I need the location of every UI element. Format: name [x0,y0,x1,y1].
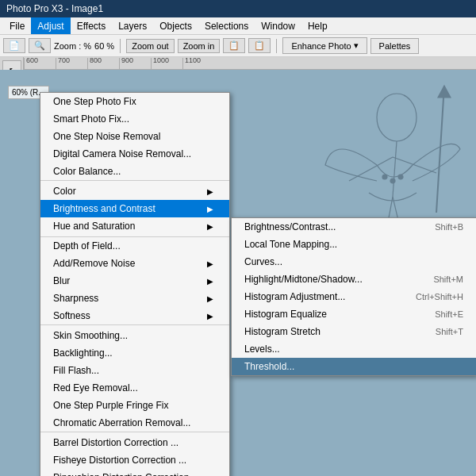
menu-objects[interactable]: Objects [153,17,198,34]
page-icon2[interactable]: 📋 [248,38,271,53]
menu-depth-of-field[interactable]: Depth of Field... [40,236,229,255]
submenu-highlight-midtone-shadow[interactable]: Highlight/Midtone/Shadow... Shift+M [232,271,476,288]
sharpness-arrow-icon: ▶ [207,294,213,303]
submenu-histogram-adjustment[interactable]: Histogram Adjustment... Ctrl+Shift+H [232,288,476,305]
menu-fisheye-distortion[interactable]: Fisheye Distortion Correction ... [40,451,229,469]
palettes-button[interactable]: Palettes [370,38,420,54]
dropdown-container: One Step Photo Fix Smart Photo Fix... On… [40,92,230,476]
menu-digital-camera-noise[interactable]: Digital Camera Noise Removal... [40,145,229,163]
svg-point-11 [390,178,395,183]
ruler-tick-4: 900 [119,58,151,71]
histogram-str-shortcut: Shift+T [436,327,463,336]
zoom-in-label: Zoom in [183,41,215,51]
menu-sharpness[interactable]: Sharpness ▶ [40,290,229,307]
submenu-threshold[interactable]: Threshold... [232,358,476,375]
menu-red-eye-removal[interactable]: Red Eye Removal... [40,379,229,397]
menu-color[interactable]: Color ▶ [40,182,229,200]
horizontal-ruler: 600 700 800 900 1000 1100 [24,57,476,70]
ruler-tick-6: 1100 [182,58,214,71]
app-window: Photo Pro X3 - Image1 File Adjust Effect… [0,0,476,476]
zoom-label: Zoom : % [54,41,91,51]
menu-help[interactable]: Help [301,17,334,34]
menu-chromatic-aberration[interactable]: Chromatic Aberration Removal... [40,414,229,432]
ruler-tick-3: 800 [87,58,119,71]
ruler-tick-2: 700 [56,58,87,71]
highlight-shortcut: Shift+M [433,274,463,284]
svg-point-10 [382,175,387,179]
menu-barrel-distortion[interactable]: Barrel Distortion Correction ... [40,434,229,451]
submenu-curves[interactable]: Curves... [232,253,476,271]
menu-bar: File Adjust Effects Layers Objects Selec… [0,17,476,35]
zoom-in-button[interactable]: Zoom in [178,39,221,53]
histogram-eq-shortcut: Shift+E [435,309,463,319]
enhance-arrow-icon: ▾ [354,40,359,51]
menu-softness[interactable]: Softness ▶ [40,307,229,325]
toolbar-icon-btn2[interactable]: 🔍 [29,38,51,53]
menu-add-remove-noise[interactable]: Add/Remove Noise ▶ [40,255,229,272]
title-bar: Photo Pro X3 - Image1 [0,0,476,17]
menu-blur[interactable]: Blur ▶ [40,272,229,290]
menu-window[interactable]: Window [255,17,301,34]
menu-brightness-contrast[interactable]: Brightness and Contrast ▶ [40,200,229,217]
menu-color-balance[interactable]: Color Balance... [40,163,229,181]
menu-selections[interactable]: Selections [198,17,255,34]
submenu-local-tone-mapping[interactable]: Local Tone Mapping... [232,236,476,253]
enhance-photo-label: Enhance Photo [291,41,351,51]
brightness-shortcut: Shift+B [435,222,463,232]
noise-arrow-icon: ▶ [207,259,213,268]
submenu-brightness-contrast[interactable]: Brightness/Contrast... Shift+B [232,218,476,236]
svg-marker-5 [438,86,451,98]
menu-one-step-photo-fix[interactable]: One Step Photo Fix [40,93,229,110]
adjust-dropdown-menu: One Step Photo Fix Smart Photo Fix... On… [40,92,230,476]
ruler-tick-1: 600 [24,58,56,71]
title-text: Photo Pro X3 - Image1 [6,3,103,14]
submenu-levels[interactable]: Levels... [232,340,476,358]
histogram-adj-shortcut: Ctrl+Shift+H [416,292,463,301]
svg-line-3 [393,157,436,173]
menu-one-step-noise-removal[interactable]: One Step Noise Removal [40,128,229,145]
menu-fill-flash[interactable]: Fill Flash... [40,362,229,379]
page-icon[interactable]: 📋 [223,38,245,53]
blur-arrow-icon: ▶ [207,277,213,286]
submenu-histogram-equalize[interactable]: Histogram Equalize Shift+E [232,305,476,323]
svg-point-0 [377,94,416,141]
svg-line-1 [393,141,397,197]
menu-smart-photo-fix[interactable]: Smart Photo Fix... [40,110,229,128]
brightness-arrow-icon: ▶ [207,205,213,213]
enhance-photo-button[interactable]: Enhance Photo ▾ [282,37,367,54]
hue-arrow-icon: ▶ [207,222,213,231]
menu-pincushion-distortion[interactable]: Pincushion Distortion Correction ... [40,469,229,476]
zoom-out-label: Zoom out [132,41,168,51]
ruler-tick-5: 1000 [151,58,182,71]
menu-backlighting[interactable]: Backlighting... [40,344,229,362]
toolbar-separator1 [120,39,121,53]
menu-purple-fringe[interactable]: One Step Purple Fringe Fix [40,397,229,414]
palettes-label: Palettes [379,41,411,51]
color-arrow-icon: ▶ [207,187,213,196]
menu-adjust[interactable]: Adjust [31,17,70,34]
main-toolbar: 📄 🔍 Zoom : % 60 % Zoom out Zoom in 📋 📋 E… [0,35,476,57]
brightness-submenu: Brightness/Contrast... Shift+B Local Ton… [231,217,476,376]
zoom-value: 60 % [94,41,114,51]
toolbar-separator2 [276,39,277,53]
menu-layers[interactable]: Layers [112,17,153,34]
main-area: ↖ ✂ 🖌 T □ 💧 🔍 600 700 800 900 1000 1100 [0,57,476,476]
menu-hue-saturation[interactable]: Hue and Saturation ▶ [40,217,229,235]
menu-file[interactable]: File [3,17,31,34]
softness-arrow-icon: ▶ [207,312,213,321]
menu-skin-smoothing[interactable]: Skin Smoothing... [40,327,229,344]
zoom-out-button[interactable]: Zoom out [126,39,174,53]
menu-effects[interactable]: Effects [71,17,112,34]
toolbar-icon-btn1[interactable]: 📄 [3,38,25,53]
svg-point-12 [398,175,403,179]
svg-line-4 [436,86,444,213]
submenu-histogram-stretch[interactable]: Histogram Stretch Shift+T [232,323,476,340]
